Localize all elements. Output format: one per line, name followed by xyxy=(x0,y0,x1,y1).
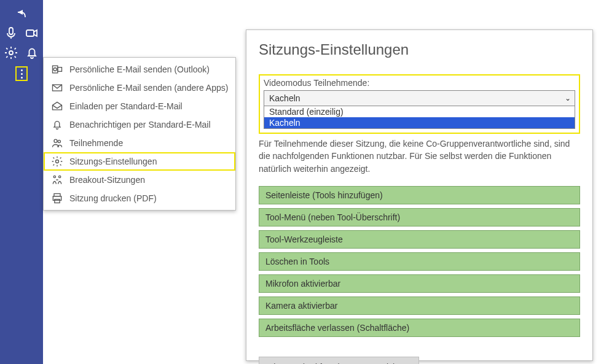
menu-item-invite[interactable]: Einladen per Standard-E-Mail xyxy=(44,97,235,115)
menu-item-email-outlook[interactable]: Persönliche E-Mail senden (Outlook) xyxy=(44,60,235,79)
svg-point-7 xyxy=(54,139,57,142)
mic-icon[interactable] xyxy=(4,26,18,41)
videomode-dropdown: Standard (einzeilig) Kacheln xyxy=(264,106,575,129)
svg-point-4 xyxy=(53,68,57,71)
function-toggle[interactable]: Seitenleiste (Tools hinzufügen) xyxy=(259,186,580,204)
function-toggle[interactable]: Löschen in Tools xyxy=(259,252,580,271)
menu-item-label: Benachrichtigen per Standard-E-Mail xyxy=(69,120,211,130)
function-toggle[interactable]: Arbeitsfläche verlassen (Schaltfläche) xyxy=(259,319,580,337)
toolbar-sidebar xyxy=(0,0,43,364)
svg-point-8 xyxy=(58,140,60,142)
menu-item-breakout[interactable]: Breakout-Sitzungen xyxy=(44,171,235,189)
bell-icon[interactable] xyxy=(25,45,39,60)
printer-icon xyxy=(51,192,63,204)
camera-icon[interactable] xyxy=(25,26,39,41)
functions-description: Für Teilnehmende dieser Sitzung, die kei… xyxy=(259,137,580,175)
panel-title: Sitzungs-Einstellungen xyxy=(259,41,580,58)
menu-item-email-other[interactable]: Persönliche E-Mail senden (andere Apps) xyxy=(44,79,235,97)
function-toggle[interactable]: Kamera aktivierbar xyxy=(259,296,580,315)
more-menu-button[interactable] xyxy=(15,66,28,81)
svg-point-2 xyxy=(9,51,13,55)
gear-icon[interactable] xyxy=(4,45,18,60)
envelope-open-icon xyxy=(51,100,63,112)
bell-outline-icon xyxy=(51,118,63,131)
videomode-field-highlight: Videomodus Teilnehmende: Kacheln ⌄ Stand… xyxy=(259,74,580,134)
videomode-selected-value: Kacheln xyxy=(269,93,300,103)
menu-item-label: Einladen per Standard-E-Mail xyxy=(69,101,183,111)
gear-outline-icon xyxy=(51,155,63,168)
menu-item-label: Sitzung drucken (PDF) xyxy=(69,193,157,203)
svg-point-10 xyxy=(53,176,55,177)
breakout-icon xyxy=(51,174,63,186)
outlook-icon xyxy=(51,63,63,76)
envelope-icon xyxy=(51,82,63,94)
functions-list: Seitenleiste (Tools hinzufügen) Tool-Men… xyxy=(259,186,580,337)
videomode-select[interactable]: Kacheln ⌄ xyxy=(264,90,575,106)
menu-item-label: Sitzungs-Einstellungen xyxy=(69,157,157,166)
chevron-down-icon: ⌄ xyxy=(565,94,571,103)
videomode-label: Videomodus Teilnehmende: xyxy=(264,78,575,88)
svg-rect-1 xyxy=(26,30,34,36)
videomode-option-standard[interactable]: Standard (einzeilig) xyxy=(264,106,575,117)
function-toggle[interactable]: Tool-Werkzeugleiste xyxy=(259,230,580,249)
menu-item-label: Breakout-Sitzungen xyxy=(69,175,145,185)
svg-rect-0 xyxy=(9,28,13,34)
menu-item-label: Teilnehmende xyxy=(69,138,123,148)
function-toggle[interactable]: Mikrofon aktivierbar xyxy=(259,274,580,293)
svg-rect-5 xyxy=(58,68,62,72)
svg-rect-14 xyxy=(55,199,60,203)
people-icon xyxy=(51,137,63,149)
menu-item-print[interactable]: Sitzung drucken (PDF) xyxy=(44,189,235,207)
undo-icon[interactable] xyxy=(14,6,29,21)
save-default-button[interactable]: Als Standard für Sitzungen speichern xyxy=(259,357,419,364)
videomode-option-kacheln[interactable]: Kacheln xyxy=(264,117,575,128)
svg-point-11 xyxy=(59,176,61,177)
menu-item-session-settings[interactable]: Sitzungs-Einstellungen xyxy=(44,152,235,171)
svg-point-9 xyxy=(56,160,59,163)
menu-item-label: Persönliche E-Mail senden (Outlook) xyxy=(69,64,210,74)
function-toggle[interactable]: Tool-Menü (neben Tool-Überschrift) xyxy=(259,208,580,227)
session-settings-panel: Sitzungs-Einstellungen Videomodus Teilne… xyxy=(246,29,593,361)
menu-item-notify[interactable]: Benachrichtigen per Standard-E-Mail xyxy=(44,115,235,134)
menu-item-label: Persönliche E-Mail senden (andere Apps) xyxy=(69,83,228,93)
more-menu-flyout: Persönliche E-Mail senden (Outlook) Pers… xyxy=(43,57,236,211)
menu-item-participants[interactable]: Teilnehmende xyxy=(44,134,235,152)
